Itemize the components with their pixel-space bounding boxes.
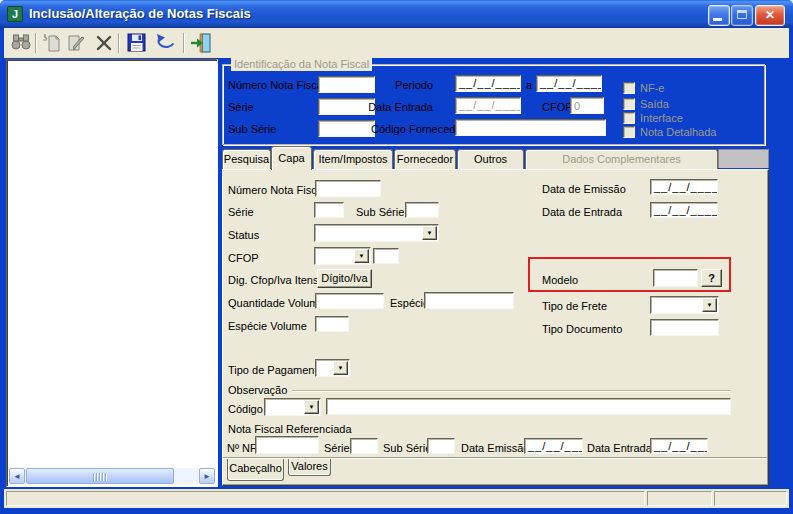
numero-nota-fiscal-input[interactable] <box>318 76 375 93</box>
tab-cabecalho[interactable]: Cabeçalho <box>227 459 284 481</box>
toolbar-separator <box>35 33 37 53</box>
tab-outros-dados[interactable]: Outros Dados <box>457 149 524 169</box>
ref-serie-label: Série <box>324 442 350 455</box>
minimize-button[interactable] <box>708 5 730 26</box>
edit-record-button[interactable] <box>64 31 88 55</box>
toolbar-separator <box>118 33 120 53</box>
exit-icon <box>190 43 212 55</box>
toolbar <box>4 28 789 58</box>
maximize-icon <box>737 10 747 19</box>
codigo-combobox[interactable]: ▼ <box>264 398 321 416</box>
codigo-fornecedor-input[interactable] <box>455 119 606 136</box>
data-entrada-input[interactable]: __/__/____ <box>455 97 521 114</box>
especie-volume-label: Espécie Volume <box>228 320 307 333</box>
tab-pesquisa[interactable]: Pesquisa <box>222 149 271 169</box>
cfop-combobox[interactable]: ▼ <box>314 247 371 265</box>
cfop-input[interactable]: 0 <box>570 97 604 114</box>
saida-checkbox-label: Saída <box>640 98 669 111</box>
undo-button[interactable] <box>154 31 178 55</box>
status-label: Status <box>228 229 259 242</box>
especie-input[interactable] <box>424 292 514 309</box>
periodo-a-label: a <box>526 79 532 92</box>
capa-data-entrada-label: Data de Entrada <box>542 206 622 219</box>
capa-data-emissao-input[interactable]: __/__/____ <box>650 179 718 195</box>
find-button[interactable] <box>9 31 33 55</box>
interface-checkbox-label: Interface <box>640 112 683 125</box>
dig-cfop-iva-label: Dig. Cfop/Iva Itens <box>228 274 319 287</box>
title-bar[interactable]: J Inclusão/Alteração de Notas Fiscais ✕ <box>0 0 793 28</box>
capa-data-entrada-input[interactable]: __/__/____ <box>650 202 718 218</box>
tab-capa[interactable]: Capa <box>271 146 312 170</box>
sub-serie-input[interactable] <box>318 120 375 137</box>
nfe-checkbox[interactable] <box>623 82 635 94</box>
ref-serie-input[interactable] <box>350 438 378 454</box>
groupbox-title: Identificação da Nota Fiscal <box>231 58 372 71</box>
modelo-help-button[interactable]: ? <box>701 269 722 287</box>
periodo-to-input[interactable]: __/__/____ <box>536 75 602 92</box>
cfop-extra-input[interactable] <box>373 248 399 264</box>
status-combobox[interactable]: ▼ <box>314 224 439 242</box>
status-cell <box>6 491 645 506</box>
quantidade-volume-input[interactable] <box>315 293 384 309</box>
ref-sub-serie-input[interactable] <box>427 438 455 454</box>
records-listbox[interactable]: ◄ ► <box>6 59 218 487</box>
scrollbar-grip-icon <box>93 473 107 481</box>
scroll-left-button[interactable]: ◄ <box>9 468 25 484</box>
no-nf-label: Nº NF <box>227 442 257 455</box>
saida-checkbox[interactable] <box>623 98 635 110</box>
tab-item-impostos[interactable]: Item/Impostos <box>313 149 393 169</box>
delete-record-button[interactable] <box>92 31 116 55</box>
nota-detalhada-checkbox[interactable] <box>623 126 635 138</box>
save-button[interactable] <box>124 31 148 55</box>
dropdown-arrow-icon[interactable]: ▼ <box>354 249 369 263</box>
capa-numero-label: Número Nota Fiscal <box>228 184 325 197</box>
numero-nota-fiscal-label: Número Nota Fiscal <box>228 79 325 92</box>
new-record-button[interactable] <box>40 31 64 55</box>
save-icon <box>127 42 146 54</box>
scroll-right-button[interactable]: ► <box>199 468 215 484</box>
scrollbar-thumb[interactable] <box>26 468 174 484</box>
delete-record-icon <box>94 43 114 55</box>
no-nf-input[interactable] <box>255 436 319 454</box>
modelo-input[interactable] <box>653 269 698 287</box>
capa-data-emissao-label: Data de Emissão <box>542 183 626 196</box>
dropdown-arrow-icon[interactable]: ▼ <box>422 226 437 240</box>
sub-serie-label: Sub Série <box>228 123 276 136</box>
tab-fornecedor[interactable]: Fornecedor <box>394 149 456 169</box>
status-cell <box>647 491 712 506</box>
capa-numero-input[interactable] <box>315 180 381 197</box>
especie-volume-input[interactable] <box>315 316 349 332</box>
data-entrada-label: Data Entrada <box>360 101 433 114</box>
codigo-label: Código <box>228 403 263 416</box>
interface-checkbox[interactable] <box>623 112 635 124</box>
observacao-divider <box>292 390 731 392</box>
capa-cfop-label: CFOP <box>228 252 259 265</box>
serie-label: Série <box>228 101 254 114</box>
ref-data-emissao-input[interactable]: __/__/____ <box>524 438 583 454</box>
periodo-from-input[interactable]: __/__/____ <box>455 75 521 92</box>
exit-button[interactable] <box>189 31 213 55</box>
tipo-documento-label: Tipo Documento <box>542 323 622 336</box>
new-record-icon <box>42 43 62 55</box>
tipo-pagamento-combobox[interactable]: ▼ <box>315 359 350 377</box>
edit-record-icon <box>66 43 86 55</box>
maximize-button[interactable] <box>731 5 753 26</box>
capa-serie-label: Série <box>228 206 254 219</box>
close-button[interactable]: ✕ <box>755 5 785 26</box>
capa-sub-serie-input[interactable] <box>405 202 439 218</box>
tab-dados-complementares[interactable]: Dados Complementares <box>525 149 718 169</box>
tipo-documento-input[interactable] <box>650 319 719 336</box>
capa-serie-input[interactable] <box>314 202 344 218</box>
status-bar <box>4 489 789 508</box>
observacao-input[interactable] <box>326 398 731 415</box>
ref-data-emissao-label: Data Emissão <box>461 442 529 455</box>
dropdown-arrow-icon[interactable]: ▼ <box>333 361 348 375</box>
tipo-frete-combobox[interactable]: ▼ <box>650 296 719 314</box>
ref-data-entrada-input[interactable]: __/__/____ <box>650 438 708 454</box>
dropdown-arrow-icon[interactable]: ▼ <box>304 400 319 414</box>
capa-sub-serie-label: Sub Série <box>356 206 404 219</box>
horizontal-scrollbar[interactable]: ◄ ► <box>9 468 215 484</box>
tab-valores[interactable]: Valores <box>288 459 331 476</box>
digito-iva-button[interactable]: Dígito/Iva <box>317 269 372 288</box>
dropdown-arrow-icon[interactable]: ▼ <box>702 298 717 312</box>
